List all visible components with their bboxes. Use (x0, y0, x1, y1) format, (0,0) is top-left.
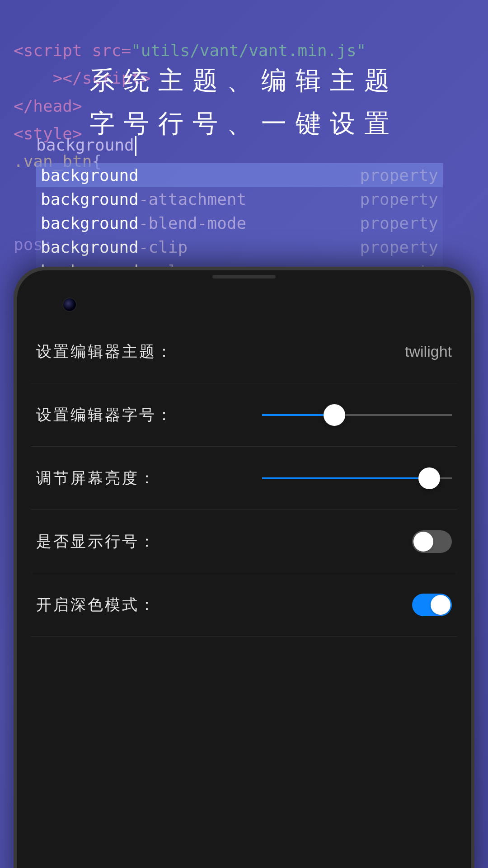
autocomplete-item[interactable]: background-clip property (36, 235, 443, 259)
autocomplete-item[interactable]: background-attachment property (36, 187, 443, 211)
brightness-label: 调节屏幕亮度： (36, 468, 156, 489)
brightness-slider[interactable] (262, 468, 452, 488)
theme-label: 设置编辑器主题： (36, 341, 174, 362)
typed-text: background (36, 136, 134, 154)
phone-mockup: 设置编辑器主题： twilight 设置编辑器字号： 调节屏幕亮度： 是否显示行… (14, 267, 474, 868)
settings-panel: 设置编辑器主题： twilight 设置编辑器字号： 调节屏幕亮度： 是否显示行… (31, 320, 457, 868)
dark-mode-label: 开启深色模式： (36, 594, 156, 615)
text-cursor (135, 136, 136, 156)
row-line-number: 是否显示行号： (31, 510, 457, 573)
line-number-label: 是否显示行号： (36, 531, 156, 552)
row-dark-mode: 开启深色模式： (31, 573, 457, 637)
dark-mode-toggle[interactable] (412, 594, 452, 616)
autocomplete-item[interactable]: background-blend-mode property (36, 211, 443, 235)
row-editor-theme[interactable]: 设置编辑器主题： twilight (31, 320, 457, 383)
promo-title: 系统主题、编辑主题 字号行号、一键设置 (0, 59, 488, 145)
line-number-toggle[interactable] (412, 530, 452, 553)
autocomplete-list: background property background-attachmen… (36, 163, 443, 283)
font-size-slider[interactable] (262, 405, 452, 425)
row-brightness: 调节屏幕亮度： (31, 447, 457, 510)
phone-speaker (212, 275, 276, 278)
autocomplete-popup: background background property backgroun… (36, 136, 443, 283)
row-font-size: 设置编辑器字号： (31, 383, 457, 447)
phone-camera (62, 297, 77, 312)
autocomplete-item[interactable]: background property (36, 163, 443, 187)
theme-value: twilight (405, 343, 452, 360)
font-size-label: 设置编辑器字号： (36, 405, 174, 425)
